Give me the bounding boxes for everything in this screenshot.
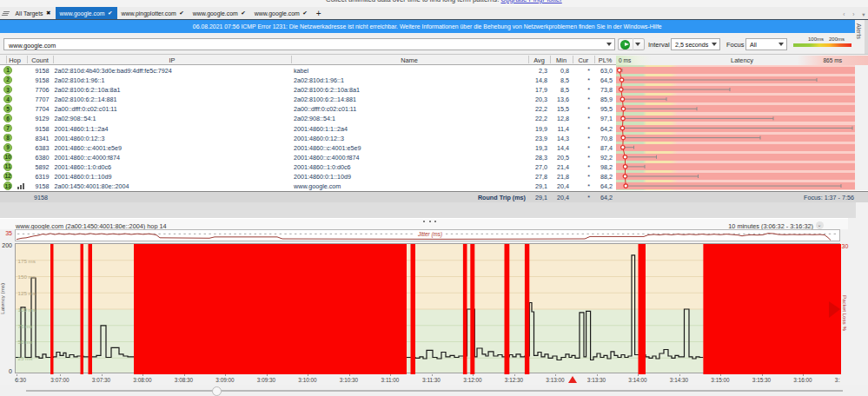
cell-name: 2001:4860:1:1::2a4 [294, 125, 348, 133]
time-tick-label: 3:16:00 [793, 377, 812, 383]
current-latency-marker [621, 107, 625, 110]
cell-count: 9158 [0, 182, 50, 190]
cell-ip: 2001:4860:1:1::2a4 [55, 125, 109, 133]
packet-loss-bar [89, 244, 93, 374]
column-separator [6, 56, 7, 63]
cell-name: 2a02:8100:6:2::10a:8a1 [294, 86, 360, 94]
column-separator [53, 56, 54, 63]
alerts-panel-tab[interactable]: Alerts [855, 20, 868, 54]
tab-check-icon[interactable]: ✔ [108, 10, 112, 16]
interval-select[interactable]: 2,5 seconds [671, 38, 720, 50]
grid-footer-row: 9158 Round Trip (ms) 29,1 20,4 * 64,2 Fo… [0, 191, 868, 202]
focus-select[interactable]: All [745, 38, 787, 50]
column-header-avg[interactable]: Avg [528, 56, 551, 64]
upgrade-link[interactable]: Upgrade PingPlotter [501, 0, 562, 3]
cell-name: 2001:4860:0:1::10d9 [294, 173, 351, 181]
jitter-label: Jitter (ms) [415, 231, 445, 237]
plot-grid-label: 25 ms [18, 355, 33, 361]
packet-loss-bar [134, 244, 407, 374]
time-tick-label: 3:12:00 [463, 377, 481, 383]
time-tick-label: 3:13:00 [546, 377, 564, 383]
splitter-grip-dots[interactable] [423, 221, 437, 223]
latency-timeline-plot[interactable]: 175 ms150 ms125 ms100 ms75 ms50 ms25 ms [15, 243, 840, 373]
timeline-scrollbar[interactable] [0, 385, 868, 396]
cell-count: 6383 [0, 144, 50, 152]
cell-name: 2a00::dfff:0:c02:c01:11 [294, 105, 356, 113]
tab-www-google-com[interactable]: www.google.com✔ [250, 7, 312, 19]
tab-bar: All Targets✖www.google.com✔www.pingplott… [0, 7, 868, 20]
play-icon [620, 40, 630, 50]
cell-name: 2001:4860::1:0:d0c6 [294, 163, 351, 171]
target-address-combobox[interactable]: www.google.com [3, 38, 615, 50]
latency-column-header[interactable]: 0 msLatency865 ms [616, 56, 868, 65]
pane-splitter[interactable] [0, 202, 856, 218]
tab-check-icon[interactable]: ✔ [179, 10, 183, 16]
target-address-value: www.google.com [9, 42, 56, 50]
column-separator [550, 56, 551, 63]
plot-grid-label: 100 ms [18, 307, 36, 313]
plot-grid-label: 150 ms [18, 274, 36, 280]
column-header-pl[interactable]: PL% [594, 56, 616, 64]
alerts-tab-handle [865, 20, 868, 54]
tab-all-targets[interactable]: All Targets✖ [11, 7, 56, 19]
plot-grid-label: 175 ms [18, 258, 36, 264]
tab-www-pingplotter-com[interactable]: www.pingplotter.com✔ [117, 7, 189, 19]
column-header-min[interactable]: Min [550, 56, 572, 64]
tab-www-google-com[interactable]: www.google.com✔ [189, 7, 250, 19]
new-target-tab-button[interactable]: + [312, 7, 326, 19]
time-position-marker[interactable] [568, 376, 577, 383]
combobox-dropdown-icon[interactable] [606, 43, 612, 46]
cell-ip: 2a00::dfff:0:c02:c01:11 [55, 105, 117, 113]
error-banner: 06.08.2021 07:56 ICMP Error 1231: Die Ne… [0, 20, 855, 33]
tab-check-icon[interactable]: ✔ [241, 10, 245, 16]
cell-name: www.google.com [294, 182, 341, 190]
hamburger-icon [1, 11, 10, 16]
latency-color-legend: 100ms 200ms [793, 36, 851, 52]
column-header-name[interactable]: Name [290, 56, 528, 64]
scrollbar-track[interactable] [26, 390, 843, 392]
latency-axis-max: 200 [0, 242, 12, 248]
grid-header-row: HopCountIPNameAvgMinCurPL%0 msLatency865… [0, 54, 868, 65]
cell-count: 6380 [0, 154, 50, 162]
tab-www-google-com[interactable]: www.google.com✔ [56, 7, 117, 19]
tab-scroller-icons[interactable]: ‹ › ▾ [843, 11, 868, 18]
scrollbar-thumb[interactable] [212, 386, 222, 396]
start-trace-button[interactable] [618, 38, 633, 50]
cell-pl: 63,0 [560, 67, 613, 75]
cell-count: 6319 [0, 173, 50, 181]
tab-label: All Targets [16, 10, 43, 16]
cell-count: 7707 [0, 96, 50, 103]
select-dropdown-icon [779, 43, 784, 46]
cell-count: 9158 [0, 125, 50, 133]
tab-label: www.pingplotter.com [122, 10, 176, 16]
cell-name: kabel [294, 67, 308, 75]
column-header-count[interactable]: Count [27, 56, 53, 64]
trace-options-dropdown-button[interactable] [633, 38, 645, 50]
cell-ip: 2001:4860::c:4001:e5e9 [55, 144, 123, 152]
menu-button[interactable] [0, 7, 11, 19]
hop-grid: HopCountIPNameAvgMinCurPL%0 msLatency865… [0, 54, 868, 191]
focus-value: All [750, 42, 757, 49]
tab-check-icon[interactable]: ✔ [302, 10, 307, 16]
tab-label: www.google.com [60, 10, 105, 16]
cell-ip: 2001:4860::1:0:d0c6 [55, 163, 112, 171]
cell-count: 7706 [0, 86, 50, 94]
packet-loss-bar [639, 244, 646, 374]
alerts-tab-label: Alerts [856, 23, 862, 39]
time-tick-label: 3:10:00 [298, 377, 316, 383]
upgrade-text: Collect unlimited data over time to find… [326, 0, 562, 3]
current-latency-marker [621, 116, 625, 120]
latency-axis-min: 0 [0, 368, 12, 374]
cell-pl: 95,5 [560, 105, 613, 113]
latency-scale-max: 865 ms [823, 57, 842, 63]
legend-gradient-bar [793, 43, 851, 48]
current-latency-marker [621, 146, 625, 149]
packet-loss-bar [505, 244, 510, 374]
cell-name: 2001:4860:0:12::3 [294, 135, 344, 142]
column-header-ip[interactable]: IP [53, 56, 291, 64]
cell-count: 5892 [0, 163, 50, 171]
tab-close-icon[interactable]: ✖ [46, 10, 50, 16]
column-header-cur[interactable]: Cur [573, 56, 594, 64]
focus-label: Focus [726, 41, 744, 49]
cell-count: 8341 [0, 135, 50, 142]
